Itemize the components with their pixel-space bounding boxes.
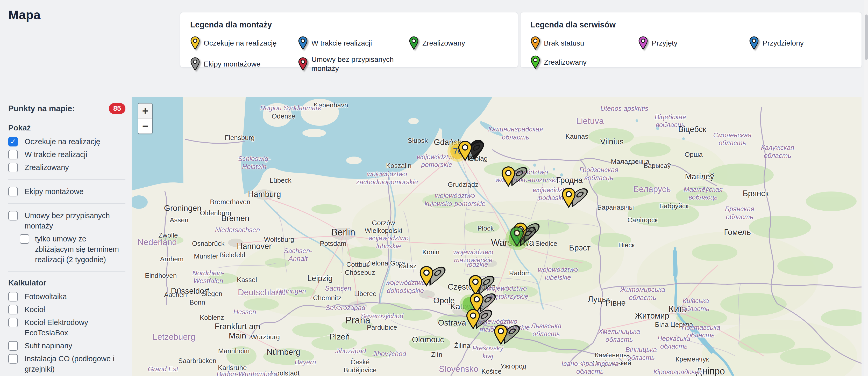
- filter-calc-1: Kocioł: [8, 304, 125, 315]
- marker-pin-icon: [494, 324, 508, 345]
- legend-montaz-item: Oczekuje na realizację: [190, 36, 298, 50]
- legend-montaz-card: Legenda dla montaży Oczekuje na realizac…: [180, 12, 518, 68]
- filter-calc-2-label: Kocioł Elektrodowy EcoTeslaBox: [25, 317, 116, 338]
- map-marker-pin[interactable]: [419, 266, 434, 286]
- filter-calc-0-label: Fotowoltaika: [25, 292, 67, 302]
- marker-pin-icon: [638, 36, 648, 50]
- legend-item-label: Zrealizowany: [422, 39, 465, 47]
- teams-filter: Ekipy montażowe: [8, 186, 125, 197]
- filter-teams-label: Ekipy montażowe: [25, 186, 84, 197]
- filter-calc-0-checkbox[interactable]: [8, 292, 18, 302]
- filter-calc-3: Sufit napinany: [8, 341, 125, 351]
- filter-status-1-checkbox[interactable]: [8, 150, 18, 160]
- points-count-badge: 85: [109, 103, 125, 114]
- marker-pin-icon: [530, 36, 540, 50]
- map-marker-pin[interactable]: [494, 324, 508, 345]
- legend-item-label: Przyjęty: [652, 39, 678, 47]
- map-marker-pin[interactable]: [561, 187, 576, 208]
- marker-pin-icon: [419, 266, 434, 286]
- map-marker-pin[interactable]: [510, 226, 524, 247]
- filter-status-2: Zrealizowany: [8, 162, 125, 173]
- page: Mapa Legenda dla montaży Oczekuje na rea…: [0, 0, 868, 376]
- scrollbar[interactable]: [864, 0, 868, 376]
- scrollbar-thumb[interactable]: [865, 14, 868, 60]
- filter-status-0: ✓Oczekuje na realizację: [8, 136, 125, 147]
- filter-calc-4: Instalacja CO (podłogowe i grzejniki): [8, 353, 125, 374]
- legend-serwis-item: Przyjęty: [638, 36, 749, 50]
- status-filters: ✓Oczekuje na realizacjęW trakcie realiza…: [8, 136, 125, 173]
- filter-calc-0: Fotowoltaika: [8, 292, 125, 302]
- legend-item-label: Brak statusu: [544, 39, 584, 47]
- filter-status-2-checkbox[interactable]: [8, 163, 18, 172]
- legend-item-label: Oczekuje na realizację: [204, 39, 277, 47]
- filter-status-0-checkbox[interactable]: ✓: [8, 137, 18, 146]
- zoom-in-button[interactable]: +: [138, 104, 152, 118]
- legend-montaz-item: W trakcie realizacji: [298, 36, 409, 50]
- filter-status-1: W trakcie realizacji: [8, 149, 125, 160]
- map-zoom-control: + −: [138, 103, 153, 134]
- zoom-out-button[interactable]: −: [138, 118, 152, 134]
- filter-contracts: Umowy bez przypisanych montaży: [8, 210, 125, 231]
- filter-calc-4-checkbox[interactable]: [8, 354, 18, 364]
- filter-contracts-label: Umowy bez przypisanych montaży: [25, 210, 116, 231]
- filter-calc-3-checkbox[interactable]: [8, 341, 18, 351]
- marker-pin-icon: [510, 226, 524, 247]
- filter-calc-3-label: Sufit napinany: [25, 341, 72, 351]
- marker-pin-icon: [530, 56, 540, 69]
- legend-montaz-item: Ekipy montażowe: [190, 55, 298, 73]
- legend-item-label: Umowy bez przypisanych montaży: [311, 55, 397, 73]
- contracts-filter: Umowy bez przypisanych montażytylko umow…: [8, 210, 125, 265]
- map-marker-pin[interactable]: [458, 140, 473, 161]
- map-marker-pin[interactable]: [466, 309, 480, 330]
- filter-calc-2-checkbox[interactable]: [8, 318, 18, 327]
- marker-pin-icon: [458, 140, 473, 161]
- filter-calc-1-label: Kocioł: [25, 304, 45, 315]
- marker-pin-icon: [190, 36, 200, 50]
- sidebar: Punkty na mapie: 85 Pokaż ✓Oczekuje na r…: [8, 103, 125, 376]
- show-heading: Pokaż: [8, 124, 125, 132]
- filter-contracts-deadline-checkbox[interactable]: [20, 234, 29, 244]
- points-row: Punkty na mapie: 85: [8, 103, 125, 114]
- legend-serwis-item: Brak statusu: [530, 36, 638, 50]
- divider: [8, 179, 125, 180]
- filter-contracts-checkbox[interactable]: [8, 211, 18, 220]
- legend-item-label: Ekipy montażowe: [204, 60, 260, 69]
- filter-status-0-label: Oczekuje na realizację: [25, 136, 100, 147]
- map-marker-pin[interactable]: [501, 166, 516, 187]
- marker-pin-icon: [466, 309, 480, 330]
- filter-calc-2: Kocioł Elektrodowy EcoTeslaBox: [8, 317, 125, 338]
- calculator-filters: FotowoltaikaKociołKocioł Elektrodowy Eco…: [8, 292, 125, 376]
- marker-pin-icon: [749, 36, 759, 50]
- legend-montaz-title: Legenda dla montaży: [190, 20, 508, 30]
- legend-montaz-items: Oczekuje na realizacjęW trakcie realizac…: [190, 36, 508, 73]
- marker-pin-icon: [561, 187, 576, 208]
- legend-montaz-item: Umowy bez przypisanych montaży: [298, 55, 409, 73]
- legend-montaz-item: Zrealizowany: [409, 36, 508, 50]
- marker-pin-icon: [298, 36, 308, 50]
- filter-teams-checkbox[interactable]: [8, 187, 18, 196]
- legend-item-label: W trakcie realizacji: [311, 39, 372, 47]
- points-label: Punkty na mapie:: [8, 104, 75, 113]
- legend-serwis-title: Legenda dla serwisów: [530, 20, 852, 30]
- map-markers-layer: [132, 97, 862, 376]
- calculator-heading: Kalkulator: [8, 278, 125, 287]
- divider: [8, 203, 125, 204]
- legend-serwis-item: Przydzielony: [749, 36, 852, 50]
- page-title: Mapa: [8, 8, 41, 22]
- legend-serwis-items: Brak statusuPrzyjętyPrzydzielonyZrealizo…: [530, 36, 852, 69]
- filter-calc-4-label: Instalacja CO (podłogowe i grzejniki): [25, 353, 116, 374]
- divider: [8, 271, 125, 272]
- filter-calc-1-checkbox[interactable]: [8, 305, 18, 314]
- map-canvas[interactable]: KøbenhavnOdenseRegion SyddanmarkFlensbur…: [132, 97, 862, 376]
- filter-status-1-label: W trakcie realizacji: [25, 149, 87, 160]
- filter-contracts-deadline-label: tylko umowy ze zbliżającym się terminem …: [35, 234, 125, 265]
- marker-pin-icon: [298, 57, 308, 71]
- filter-contracts-deadline: tylko umowy ze zbliżającym się terminem …: [20, 234, 125, 265]
- legend-item-label: Przydzielony: [763, 39, 804, 47]
- legend-item-label: Zrealizowany: [544, 58, 587, 67]
- filter-status-2-label: Zrealizowany: [25, 162, 69, 173]
- marker-pin-icon: [501, 166, 516, 187]
- marker-pin-icon: [190, 57, 200, 71]
- legend-serwis-card: Legenda dla serwisów Brak statusuPrzyjęt…: [520, 12, 862, 68]
- marker-pin-icon: [409, 36, 419, 50]
